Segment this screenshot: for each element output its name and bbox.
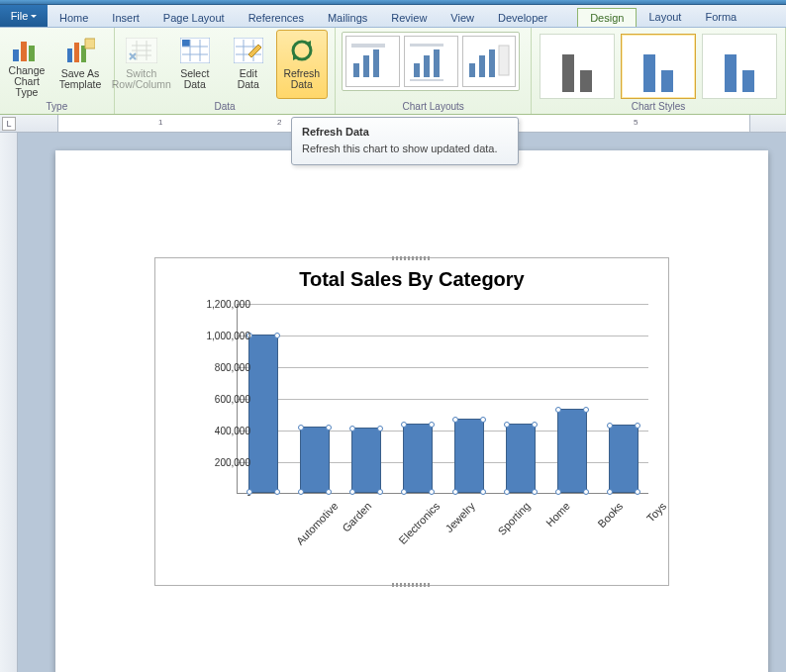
bar-toys[interactable] (609, 425, 639, 493)
tab-layout[interactable]: Layout (637, 8, 693, 27)
group-chart-styles: Chart Styles (532, 28, 786, 114)
change-chart-type-button[interactable]: Change Chart Type (1, 30, 52, 99)
tab-review[interactable]: Review (379, 9, 439, 27)
y-tick-label: 1,200,000 (207, 299, 251, 310)
chart-object[interactable]: Total Sales By Category -200,000400,0006… (154, 257, 669, 586)
plot-area[interactable] (237, 304, 648, 494)
tab-design[interactable]: Design (577, 8, 637, 27)
bar-books[interactable] (557, 409, 587, 493)
document-background[interactable]: Total Sales By Category -200,000400,0006… (18, 133, 786, 672)
edit-data-label: Edit Data (238, 68, 259, 90)
workarea: Total Sales By Category -200,000400,0006… (0, 133, 786, 672)
selection-handle[interactable] (377, 489, 383, 495)
selection-handle[interactable] (480, 489, 486, 495)
selection-handle[interactable] (555, 407, 561, 413)
selection-handle[interactable] (298, 425, 304, 431)
svg-rect-2 (29, 46, 35, 61)
layout-thumb-2[interactable] (404, 36, 458, 87)
selection-handle[interactable] (274, 489, 280, 495)
svg-rect-15 (414, 63, 420, 77)
svg-rect-4 (74, 43, 79, 62)
tab-references[interactable]: References (237, 9, 316, 27)
edit-data-icon (233, 35, 264, 66)
group-chart-layouts: Chart Layouts (336, 28, 532, 114)
selection-handle[interactable] (429, 422, 435, 428)
select-data-button[interactable]: Select Data (169, 30, 221, 99)
chart-type-icon (11, 35, 43, 63)
tab-mailings[interactable]: Mailings (316, 9, 379, 27)
tab-page-layout[interactable]: Page Layout (151, 9, 237, 27)
x-tick-label: Jewelry (442, 500, 477, 534)
page[interactable]: Total Sales By Category -200,000400,0006… (55, 150, 768, 672)
svg-rect-23 (499, 46, 509, 75)
y-tick-label: - (247, 489, 250, 500)
selection-handle[interactable] (480, 417, 486, 423)
change-chart-type-label: Change Chart Type (2, 65, 51, 98)
ruler-vertical[interactable] (0, 133, 18, 672)
ruler-mark: 1 (158, 118, 162, 127)
selection-handle[interactable] (532, 422, 538, 428)
selection-handle[interactable] (298, 489, 304, 495)
y-tick-label: 400,000 (215, 426, 250, 436)
style-thumb-1[interactable] (540, 34, 615, 99)
tab-home[interactable]: Home (48, 9, 100, 27)
layout-thumb-1[interactable] (345, 36, 400, 87)
svg-rect-19 (410, 79, 443, 81)
selection-handle[interactable] (326, 425, 332, 431)
selection-handle[interactable] (532, 489, 538, 495)
selection-handle[interactable] (504, 422, 510, 428)
selection-handle[interactable] (377, 426, 383, 432)
svg-rect-8 (182, 40, 190, 47)
bar-garden[interactable] (300, 427, 330, 493)
selection-handle[interactable] (583, 489, 589, 495)
edit-data-button[interactable]: Edit Data (223, 30, 274, 99)
tab-view[interactable]: View (439, 9, 486, 27)
selection-handle[interactable] (452, 489, 458, 495)
style-thumb-2[interactable] (621, 34, 696, 99)
ruler-corner[interactable]: L (2, 117, 16, 131)
selection-handle[interactable] (583, 407, 589, 413)
svg-rect-22 (489, 49, 495, 77)
x-tick-label: Toys (644, 500, 668, 525)
svg-rect-0 (13, 49, 19, 61)
file-tab[interactable]: File (0, 5, 48, 27)
selection-handle[interactable] (607, 423, 613, 429)
selection-handle[interactable] (635, 489, 640, 495)
tab-insert[interactable]: Insert (100, 9, 151, 27)
tab-developer[interactable]: Developer (486, 9, 559, 27)
bar-sporting[interactable] (454, 419, 484, 493)
selection-handle[interactable] (452, 417, 458, 423)
selection-handle[interactable] (349, 426, 355, 432)
refresh-data-button[interactable]: Refresh Data (276, 30, 328, 99)
group-type-label: Type (0, 101, 114, 114)
svg-rect-20 (469, 63, 475, 77)
chart-styles-gallery[interactable] (538, 32, 779, 101)
ribbon-tabs: File HomeInsertPage LayoutReferencesMail… (0, 5, 786, 28)
selection-handle[interactable] (349, 489, 355, 495)
selection-handle[interactable] (429, 489, 435, 495)
style-thumb-3[interactable] (702, 34, 777, 99)
bar-jewelry[interactable] (403, 424, 433, 493)
selection-handle[interactable] (274, 333, 280, 338)
chart-title[interactable]: Total Sales By Category (155, 258, 668, 295)
selection-handle[interactable] (401, 489, 407, 495)
selection-handle[interactable] (326, 489, 332, 495)
svg-rect-3 (67, 48, 72, 62)
bar-automotive[interactable] (248, 335, 278, 493)
chart-layouts-gallery[interactable] (342, 32, 520, 91)
save-as-template-label: Save As Template (59, 68, 102, 90)
selection-handle[interactable] (607, 489, 613, 495)
save-as-template-button[interactable]: Save As Template (54, 30, 106, 99)
selection-handle[interactable] (401, 422, 407, 428)
ruler-mark: 5 (634, 118, 638, 127)
selection-handle[interactable] (555, 489, 561, 495)
selection-handle[interactable] (504, 489, 510, 495)
bar-electronics[interactable] (351, 428, 381, 493)
svg-rect-1 (21, 42, 27, 61)
select-data-icon (179, 35, 211, 66)
layout-thumb-3[interactable] (462, 36, 517, 87)
svg-rect-11 (353, 63, 359, 77)
tab-forma[interactable]: Forma (693, 8, 748, 27)
bar-home[interactable] (506, 424, 536, 493)
selection-handle[interactable] (635, 423, 640, 429)
